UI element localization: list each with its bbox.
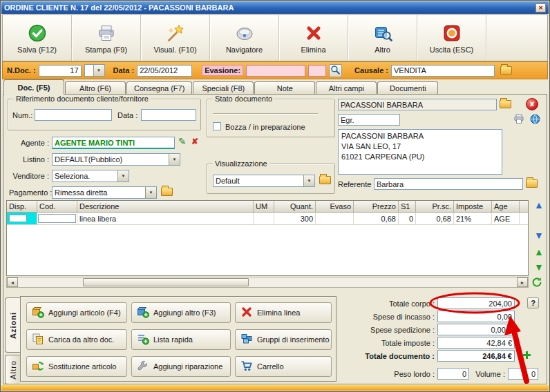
column-header-agente[interactable]: Age [492, 201, 520, 212]
rif-data-input[interactable] [141, 109, 196, 121]
customer-name-field[interactable]: PACASSONI BARBARA [338, 99, 497, 110]
cell-prsc[interactable]: 0,68 [416, 213, 454, 224]
cart-button[interactable]: Carrello [235, 356, 332, 377]
tab-doc[interactable]: Doc. (F5) [3, 79, 64, 95]
exit-button[interactable]: Uscita (ESC) [417, 15, 486, 61]
print-button[interactable]: Stampa (F9) [72, 15, 141, 61]
scroll-left-button[interactable]: ◄ [7, 277, 18, 287]
horizontal-scrollbar[interactable]: ◄ ► [6, 277, 529, 288]
cell-agente[interactable]: AGE [492, 213, 520, 224]
cell-descrizione[interactable]: linea libera [77, 213, 254, 224]
visualize-button[interactable]: Visual. (F10) [141, 15, 210, 61]
causale-input[interactable]: VENDITA [391, 65, 495, 77]
cell-imposte[interactable]: 21% [454, 213, 492, 224]
help-button[interactable]: ? [527, 297, 539, 308]
add-repair-button[interactable]: Aggiungi riparazione [131, 356, 231, 377]
scrollbar-thumb[interactable] [83, 278, 249, 286]
customer-address-box[interactable]: PACASSONI BARBARA VIA SAN LEO, 17 61021 … [338, 129, 502, 175]
documents-icon [32, 333, 44, 346]
listino-select[interactable]: DEFAULT(Pubblico) ▼ [52, 153, 180, 166]
customer-folder-icon[interactable] [500, 100, 511, 108]
evasione-extra-input[interactable] [308, 65, 326, 77]
print-customer-icon[interactable] [513, 114, 524, 124]
cell-cod[interactable] [37, 213, 77, 224]
side-tab-altro[interactable]: Altro [5, 355, 20, 384]
delete-line-button[interactable]: Elimina linea [235, 302, 332, 323]
salutation-field[interactable]: Egr. [338, 114, 400, 126]
scroll-right-button[interactable]: ► [517, 277, 528, 287]
referente-folder-icon[interactable] [526, 179, 538, 188]
doc-number-selector[interactable]: ▼ [84, 64, 105, 77]
spese-incasso-field[interactable]: 0,00 [437, 311, 515, 322]
tab-altri-campi[interactable]: Altri campi [316, 81, 377, 95]
save-button[interactable]: Salva (F12) [3, 15, 72, 61]
customer-clear-button[interactable]: ✘ [526, 98, 538, 110]
pagamento-folder-icon[interactable] [161, 188, 173, 196]
column-header-prsc[interactable]: Pr.sc. [416, 201, 454, 212]
totale-imposte-field[interactable]: 42,84 € [437, 337, 515, 349]
grid-row[interactable]: linea libera 300 0,68 0 0,68 21% AGE [7, 213, 528, 225]
globe-icon[interactable] [530, 114, 540, 124]
tab-documenti[interactable]: Documenti [377, 81, 438, 95]
evasione-search-button[interactable] [329, 64, 342, 77]
column-header-disp[interactable]: Disp. [7, 201, 37, 212]
column-header-s1[interactable]: S1 [399, 201, 416, 212]
causale-folder-icon[interactable] [500, 66, 512, 75]
column-header-evaso[interactable]: Evaso [316, 201, 354, 212]
pencil-icon[interactable]: ✎ [178, 136, 187, 147]
doc-date-input[interactable]: 22/05/2012 [137, 65, 192, 77]
totale-documento-field[interactable]: 246,84 € [437, 350, 515, 362]
num-input[interactable] [35, 109, 112, 121]
agente-clear-icon[interactable]: ✘ [191, 137, 198, 146]
move-bottom-icon[interactable]: ▼ [531, 231, 547, 240]
bozza-checkbox[interactable] [213, 122, 221, 130]
close-button[interactable]: ✕ [535, 3, 546, 12]
tab-speciali[interactable]: Speciali (F8) [193, 81, 254, 95]
peso-lordo-field[interactable]: 0 [437, 368, 469, 380]
agente-field[interactable]: AGENTE MARIO TINTI [52, 137, 175, 149]
totale-corpo-field[interactable]: 204,00 [437, 297, 515, 309]
column-header-um[interactable]: UM [254, 201, 274, 212]
cod-editor[interactable] [38, 214, 76, 223]
visualizzazione-select[interactable]: Default ▼ [213, 175, 315, 187]
venditore-select[interactable]: Seleziona. ▼ [52, 170, 129, 182]
cell-s1[interactable]: 0 [399, 213, 416, 224]
cell-prezzo[interactable]: 0,68 [354, 213, 399, 224]
cell-um[interactable] [254, 213, 274, 224]
insert-groups-button[interactable]: Gruppi di inserimento [235, 329, 332, 350]
column-header-cod[interactable]: Cod. [37, 201, 77, 212]
tab-altro[interactable]: Altro (F6) [65, 81, 126, 95]
tab-consegna[interactable]: Consegna (F7) [126, 81, 192, 95]
title-bar[interactable]: ORDINE CLIENTE N. 17 del 22/05/2012 - PA… [1, 1, 549, 14]
column-header-prezzo[interactable]: Prezzo [354, 201, 399, 212]
evasione-input[interactable] [246, 65, 305, 77]
navigator-button[interactable]: Navigatore [210, 15, 279, 61]
add-article-button[interactable]: Aggiungi articolo (F4) [26, 302, 127, 323]
doc-number-input[interactable]: 17 [39, 65, 82, 77]
referente-field[interactable]: Barbara [374, 178, 523, 190]
move-top-icon[interactable]: ▲ [531, 200, 547, 210]
load-from-doc-button[interactable]: Carica da altro doc. [26, 329, 127, 350]
quick-list-button[interactable]: Lista rapida [131, 329, 231, 350]
volume-field[interactable]: 0 [508, 368, 538, 380]
add-other-button[interactable]: Aggiungi altro (F3) [131, 302, 231, 323]
refresh-icon[interactable] [531, 277, 542, 288]
visualizzazione-folder-icon[interactable] [319, 176, 331, 184]
spese-spedizione-field[interactable]: 0,00 € [437, 324, 515, 335]
cell-evaso[interactable] [316, 213, 354, 224]
cell-disp[interactable] [7, 213, 37, 224]
cell-quant[interactable]: 300 [274, 213, 316, 224]
column-header-descrizione[interactable]: Descrizione [77, 201, 254, 212]
delete-button[interactable]: Elimina [279, 15, 348, 61]
column-header-imposte[interactable]: Imposte [454, 201, 492, 212]
move-down-icon[interactable]: ▼ [531, 262, 547, 272]
pagamento-select[interactable]: Rimessa diretta ▼ [52, 186, 157, 199]
column-header-quant[interactable]: Quant. [274, 201, 316, 212]
replace-article-button[interactable]: Sostituzione articolo [26, 356, 127, 377]
side-tab-azioni[interactable]: Azioni [5, 297, 20, 353]
tab-note[interactable]: Note [254, 81, 315, 95]
move-up-icon[interactable]: ▲ [531, 247, 547, 257]
more-button[interactable]: Altro [348, 15, 417, 61]
doc-number-selector-value [85, 65, 93, 76]
plus-icon[interactable] [522, 350, 532, 360]
